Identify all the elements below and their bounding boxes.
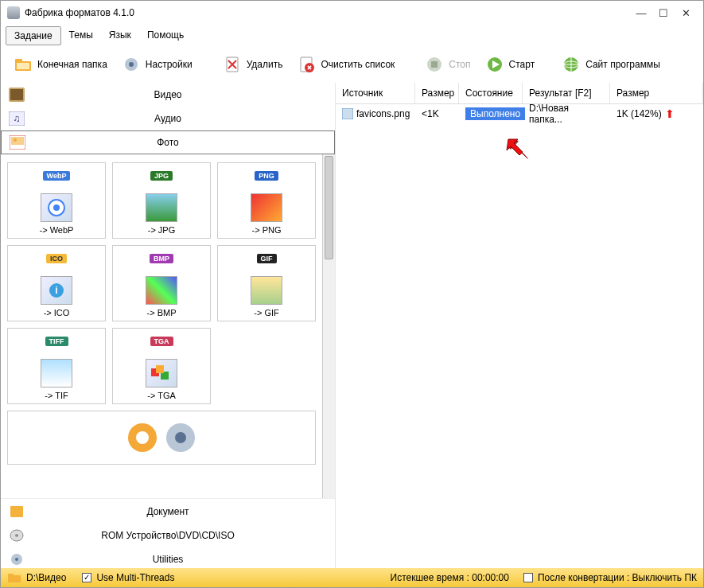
delete-button[interactable]: Удалить — [216, 52, 290, 77]
cell-size2: 1K (142%) ⬆ — [610, 105, 703, 123]
table-header: Источник Размер Состояние Результат [F2]… — [336, 83, 703, 104]
multithreads-checkbox[interactable]: ✓ — [82, 573, 91, 582]
site-button[interactable]: Сайт программы — [555, 52, 667, 77]
format-label-tif: -> TIF — [45, 391, 68, 400]
dest-folder-label: Конечная папка — [37, 59, 107, 70]
settings-button[interactable]: Настройки — [115, 52, 199, 77]
format-tile-ico[interactable]: ICO i -> ICO — [7, 245, 106, 321]
format-tile-gif[interactable]: GIF -> GIF — [217, 245, 316, 321]
svg-point-4 — [129, 62, 134, 67]
col-size[interactable]: Размер — [415, 83, 459, 103]
thumb-ico: i — [41, 276, 72, 305]
col-size2[interactable]: Размер — [610, 83, 703, 103]
category-rom[interactable]: ROM Устройство\DVD\CD\ISO — [1, 523, 335, 547]
thumb-webp — [41, 193, 72, 222]
format-tile-png[interactable]: PNG -> PNG — [217, 162, 316, 239]
right-pane: Источник Размер Состояние Результат [F2]… — [335, 83, 703, 570]
category-photo[interactable]: Фото — [1, 130, 335, 154]
svg-rect-2 — [17, 63, 29, 69]
minimize-button[interactable]: — — [630, 5, 652, 21]
format-tile-webp[interactable]: WebP -> WebP — [7, 162, 106, 239]
svg-point-28 — [136, 431, 149, 444]
left-pane: Видео ♫ Аудио Фото WebP -> WebP JPG — [1, 83, 335, 570]
menu-help[interactable]: Помощь — [139, 26, 192, 45]
svg-rect-18 — [11, 137, 24, 145]
folder-small-icon[interactable] — [7, 571, 21, 584]
start-button[interactable]: Старт — [479, 52, 542, 77]
statusbar: D:\Видео ✓ Use Multi-Threads Истекшее вр… — [1, 568, 703, 587]
category-utilities[interactable]: Utilities — [1, 547, 335, 570]
all-formats-tile[interactable] — [7, 411, 316, 465]
cell-size: <1K — [415, 106, 459, 122]
svg-rect-26 — [156, 365, 164, 373]
svg-rect-31 — [10, 506, 23, 517]
format-tile-tif[interactable]: TIFF -> TIF — [7, 328, 106, 404]
multithreads-label: Use Multi-Threads — [96, 572, 174, 583]
format-tile-jpg[interactable]: JPG -> JPG — [112, 162, 211, 239]
status-done-badge: Выполнено — [465, 107, 525, 120]
dest-folder-button[interactable]: Конечная папка — [7, 52, 114, 77]
col-source[interactable]: Источник — [336, 83, 415, 103]
menubar: Задание Темы Язык Помощь — [1, 25, 703, 47]
menu-task[interactable]: Задание — [6, 26, 61, 45]
left-scrollbar[interactable] — [322, 154, 335, 498]
svg-rect-1 — [15, 59, 22, 63]
clear-list-button[interactable]: Очистить список — [290, 52, 401, 77]
col-state[interactable]: Состояние — [459, 83, 523, 103]
status-path[interactable]: D:\Видео — [26, 572, 66, 583]
category-document[interactable]: Документ — [1, 499, 335, 523]
badge-gif: GIF — [257, 254, 277, 263]
bottom-categories: Документ ROM Устройство\DVD\CD\ISO Utili… — [1, 498, 335, 570]
format-label-png: -> PNG — [252, 225, 282, 235]
music-icon: ♫ — [9, 111, 25, 126]
svg-point-35 — [15, 558, 18, 561]
format-tile-tga[interactable]: TGA -> TGA — [112, 328, 211, 404]
category-audio[interactable]: ♫ Аудио — [1, 107, 335, 130]
category-video-label: Видео — [34, 89, 327, 100]
menu-language[interactable]: Язык — [101, 26, 139, 45]
gear-icon — [122, 55, 141, 74]
thumb-png — [251, 193, 282, 222]
format-tile-bmp[interactable]: BMP -> BMP — [112, 245, 211, 321]
badge-tif: TIFF — [45, 337, 68, 346]
folder-icon — [14, 55, 33, 74]
after-convert-label: После конвертации : Выключить ПК — [538, 572, 697, 583]
titlebar: Фабрика форматов 4.1.0 — ☐ ✕ — [1, 1, 703, 25]
thumb-tga — [146, 359, 177, 387]
play-icon — [485, 55, 504, 74]
cell-state: Выполнено — [459, 105, 523, 123]
badge-webp: WebP — [43, 171, 71, 181]
svg-rect-36 — [342, 108, 353, 119]
category-utilities-label: Utilities — [34, 554, 327, 565]
app-icon — [7, 6, 20, 19]
category-photo-label: Фото — [35, 137, 326, 148]
image-file-icon — [342, 108, 353, 119]
cell-source-text: favicons.png — [356, 108, 410, 119]
stop-button[interactable]: Стоп — [418, 52, 476, 77]
close-button[interactable]: ✕ — [675, 5, 697, 21]
film-icon — [9, 88, 25, 102]
category-video[interactable]: Видео — [1, 83, 335, 107]
table-rows: favicons.png <1K Выполнено D:\Новая папк… — [336, 104, 703, 123]
cell-source: favicons.png — [336, 106, 415, 122]
maximize-button[interactable]: ☐ — [652, 5, 675, 21]
table-row[interactable]: favicons.png <1K Выполнено D:\Новая папк… — [336, 104, 703, 123]
badge-bmp: BMP — [150, 254, 173, 263]
gear-small-icon — [9, 552, 25, 567]
svg-text:i: i — [55, 285, 57, 296]
format-all-icon-2 — [163, 420, 198, 455]
category-audio-label: Аудио — [34, 113, 327, 124]
badge-png: PNG — [255, 171, 278, 181]
photo-grid-wrap: WebP -> WebP JPG -> JPG PNG -> PNG — [1, 154, 335, 498]
scrollbar-thumb[interactable] — [325, 156, 333, 259]
category-document-label: Документ — [34, 506, 327, 517]
document-icon — [9, 504, 25, 519]
delete-label: Удалить — [247, 59, 283, 70]
badge-tga: TGA — [150, 337, 173, 346]
menu-themes[interactable]: Темы — [61, 26, 101, 45]
after-convert-checkbox[interactable] — [523, 573, 533, 582]
format-all-icon-1 — [125, 420, 160, 455]
format-label-gif: -> GIF — [254, 308, 278, 317]
category-rom-label: ROM Устройство\DVD\CD\ISO — [34, 530, 327, 541]
thumb-tif — [41, 359, 72, 387]
